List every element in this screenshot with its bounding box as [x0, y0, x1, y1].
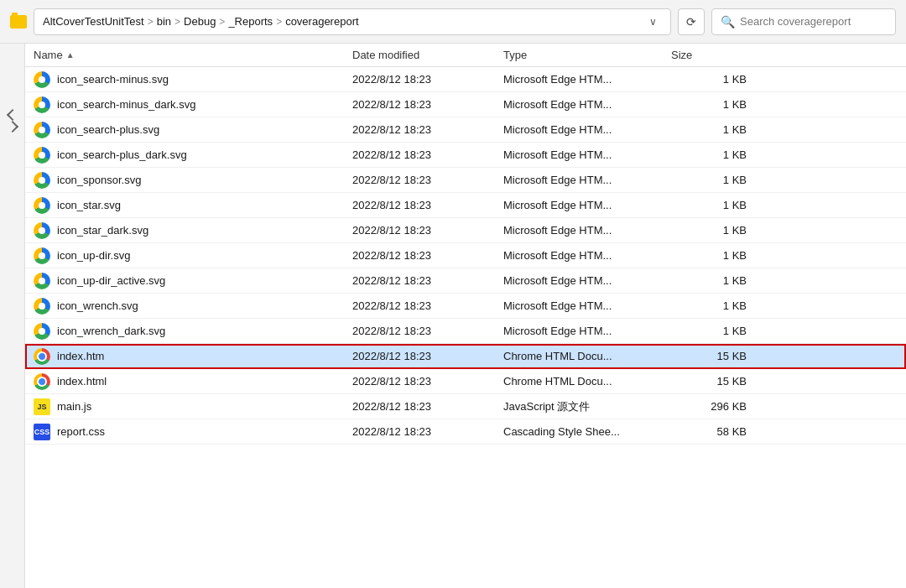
- file-size: 1 KB: [671, 299, 755, 312]
- breadcrumb-item[interactable]: bin: [157, 15, 171, 28]
- table-row[interactable]: index.htm 2022/8/12 18:23 Chrome HTML Do…: [25, 344, 906, 369]
- file-date: 2022/8/12 18:23: [352, 425, 503, 438]
- header-type[interactable]: Type: [503, 49, 671, 61]
- edge-icon: [34, 96, 50, 113]
- file-name-cell: icon_search-plus.svg: [34, 122, 352, 138]
- file-name: icon_wrench_dark.svg: [57, 325, 165, 337]
- file-name-cell: icon_search-minus.svg: [34, 71, 352, 88]
- edge-icon: [34, 273, 50, 289]
- breadcrumb-item[interactable]: Debug: [184, 15, 216, 28]
- header-date[interactable]: Date modified: [352, 49, 503, 61]
- table-row[interactable]: icon_search-minus_dark.svg 2022/8/12 18:…: [25, 92, 906, 117]
- edge-icon: [34, 222, 50, 239]
- chrome-icon: [34, 373, 50, 390]
- table-row[interactable]: icon_wrench_dark.svg 2022/8/12 18:23 Mic…: [25, 319, 906, 344]
- table-row[interactable]: icon_up-dir.svg 2022/8/12 18:23 Microsof…: [25, 243, 906, 268]
- breadcrumb-item[interactable]: _Reports: [228, 15, 273, 28]
- file-size: 1 KB: [671, 98, 755, 111]
- file-date: 2022/8/12 18:23: [352, 73, 503, 86]
- file-name-cell: icon_up-dir.svg: [34, 247, 352, 264]
- file-date: 2022/8/12 18:23: [352, 299, 503, 312]
- table-row[interactable]: icon_search-plus.svg 2022/8/12 18:23 Mic…: [25, 117, 906, 143]
- main-area: Name ▲ Date modified Type Size icon_sear…: [0, 44, 906, 588]
- edge-icon: [34, 298, 50, 315]
- file-name: icon_star.svg: [57, 199, 121, 211]
- table-row[interactable]: icon_search-plus_dark.svg 2022/8/12 18:2…: [25, 143, 906, 168]
- table-row[interactable]: CSS report.css 2022/8/12 18:23 Cascading…: [25, 419, 906, 445]
- refresh-button[interactable]: ⟳: [678, 8, 705, 35]
- file-type: Microsoft Edge HTM...: [503, 174, 671, 186]
- file-name-cell: icon_search-minus_dark.svg: [34, 96, 352, 113]
- file-date: 2022/8/12 18:23: [352, 123, 503, 136]
- edge-icon: [34, 122, 50, 138]
- titlebar: AltCoverTestUnitTest > bin > Debug > _Re…: [0, 0, 906, 44]
- file-date: 2022/8/12 18:23: [352, 98, 503, 111]
- file-name-cell: index.html: [34, 373, 352, 390]
- file-name: icon_search-minus_dark.svg: [57, 98, 195, 111]
- file-size: 1 KB: [671, 224, 755, 237]
- file-name-cell: JS main.js: [34, 398, 352, 415]
- file-name-cell: index.htm: [34, 348, 352, 365]
- file-date: 2022/8/12 18:23: [352, 174, 503, 186]
- file-name: icon_wrench.svg: [57, 299, 138, 312]
- edge-icon: [34, 197, 50, 214]
- table-row[interactable]: icon_star.svg 2022/8/12 18:23 Microsoft …: [25, 193, 906, 218]
- file-date: 2022/8/12 18:23: [352, 350, 503, 362]
- file-name-cell: CSS report.css: [34, 424, 352, 440]
- sidebar-arrow-up: [6, 109, 18, 121]
- breadcrumb-chevron-icon[interactable]: ∨: [644, 14, 662, 29]
- table-row[interactable]: icon_wrench.svg 2022/8/12 18:23 Microsof…: [25, 294, 906, 319]
- edge-icon: [34, 172, 50, 189]
- file-name: icon_search-minus.svg: [57, 73, 169, 86]
- file-type: Microsoft Edge HTM...: [503, 325, 671, 337]
- file-size: 296 KB: [671, 400, 755, 413]
- breadcrumb-separator: >: [148, 16, 154, 28]
- file-type: Microsoft Edge HTM...: [503, 73, 671, 86]
- table-row[interactable]: index.html 2022/8/12 18:23 Chrome HTML D…: [25, 369, 906, 394]
- file-size: 15 KB: [671, 350, 755, 362]
- file-type: Chrome HTML Docu...: [503, 350, 671, 362]
- file-size: 1 KB: [671, 73, 755, 86]
- file-name: index.htm: [57, 350, 104, 362]
- chrome-icon: [34, 348, 50, 365]
- file-name: icon_search-plus.svg: [57, 123, 159, 136]
- breadcrumb[interactable]: AltCoverTestUnitTest > bin > Debug > _Re…: [34, 8, 671, 35]
- breadcrumb-separator: >: [219, 16, 225, 28]
- sort-arrow-name: ▲: [66, 50, 75, 60]
- table-row[interactable]: icon_sponsor.svg 2022/8/12 18:23 Microso…: [25, 168, 906, 193]
- file-name: main.js: [57, 400, 91, 413]
- file-name-cell: icon_search-plus_dark.svg: [34, 147, 352, 164]
- table-row[interactable]: icon_search-minus.svg 2022/8/12 18:23 Mi…: [25, 67, 906, 92]
- file-list-header: Name ▲ Date modified Type Size: [25, 44, 906, 67]
- file-type: Microsoft Edge HTM...: [503, 98, 671, 111]
- edge-icon: [34, 71, 50, 88]
- file-name: icon_sponsor.svg: [57, 174, 141, 186]
- file-type: Microsoft Edge HTM...: [503, 299, 671, 312]
- search-icon: 🔍: [721, 15, 735, 29]
- file-date: 2022/8/12 18:23: [352, 375, 503, 388]
- file-size: 1 KB: [671, 249, 755, 262]
- file-size: 58 KB: [671, 425, 755, 438]
- header-name[interactable]: Name ▲: [34, 49, 352, 61]
- table-row[interactable]: icon_up-dir_active.svg 2022/8/12 18:23 M…: [25, 268, 906, 294]
- file-size: 1 KB: [671, 325, 755, 337]
- table-row[interactable]: JS main.js 2022/8/12 18:23 JavaScript 源文…: [25, 394, 906, 419]
- edge-icon: [34, 323, 50, 340]
- file-type: Microsoft Edge HTM...: [503, 249, 671, 262]
- header-size[interactable]: Size: [671, 49, 755, 61]
- js-icon: JS: [34, 398, 50, 415]
- file-rows: icon_search-minus.svg 2022/8/12 18:23 Mi…: [25, 67, 906, 445]
- file-list-container[interactable]: Name ▲ Date modified Type Size icon_sear…: [25, 44, 906, 588]
- file-date: 2022/8/12 18:23: [352, 224, 503, 237]
- breadcrumb-item[interactable]: coveragereport: [285, 15, 358, 28]
- file-size: 1 KB: [671, 199, 755, 211]
- search-input[interactable]: [740, 15, 887, 28]
- file-name: icon_up-dir.svg: [57, 249, 130, 262]
- breadcrumb-item[interactable]: AltCoverTestUnitTest: [43, 15, 144, 28]
- search-bar[interactable]: 🔍: [711, 8, 896, 35]
- file-size: 1 KB: [671, 274, 755, 287]
- folder-icon: [10, 15, 27, 29]
- file-date: 2022/8/12 18:23: [352, 274, 503, 287]
- file-type: Microsoft Edge HTM...: [503, 199, 671, 211]
- table-row[interactable]: icon_star_dark.svg 2022/8/12 18:23 Micro…: [25, 218, 906, 243]
